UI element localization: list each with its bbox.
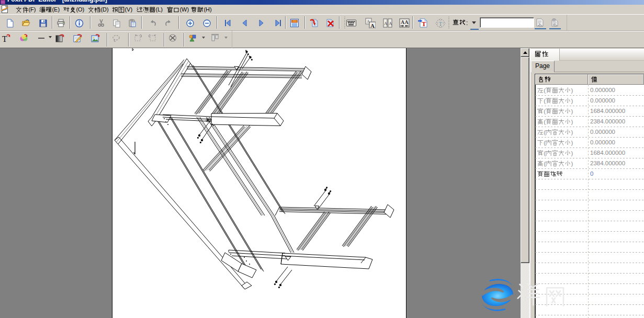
- svg-text:(: (: [544, 108, 546, 115]
- svg-text:(: (: [544, 140, 546, 146]
- svg-text:(: (: [544, 129, 546, 135]
- svg-text:): ): [571, 140, 573, 146]
- svg-text:(: (: [544, 119, 546, 125]
- svg-text:): ): [571, 161, 573, 167]
- svg-text:): ): [571, 87, 573, 94]
- svg-text:(: (: [544, 150, 546, 156]
- svg-text:): ): [571, 98, 573, 104]
- svg-text:(: (: [544, 98, 546, 104]
- svg-text:(: (: [544, 87, 546, 94]
- svg-text:): ): [571, 129, 573, 135]
- svg-text:): ): [571, 108, 573, 115]
- svg-text:): ): [571, 150, 573, 156]
- svg-text:): ): [571, 119, 573, 125]
- svg-text:(: (: [544, 161, 546, 167]
